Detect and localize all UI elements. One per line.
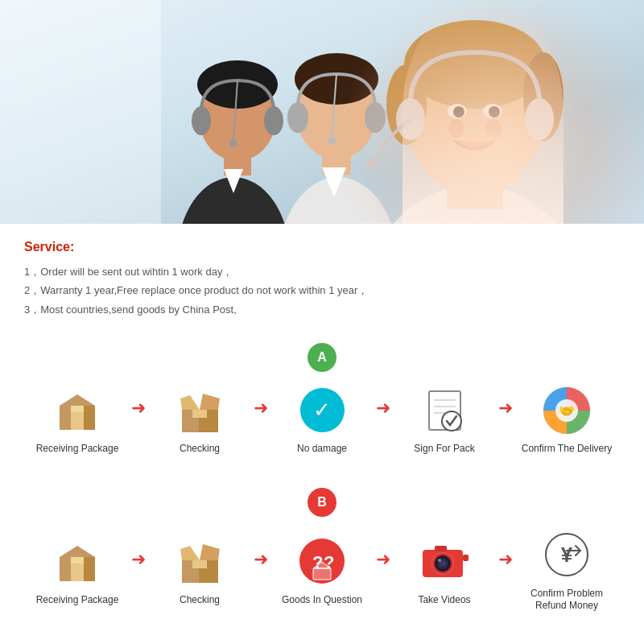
arrow-a2: ➜	[254, 398, 268, 419]
question-icon-b3: ? ?	[294, 535, 350, 588]
check-circle-icon-a3: ✓	[294, 384, 350, 436]
flow-row-a: Receiving Package ➜ Checking ➜	[16, 384, 628, 456]
svg-point-27	[448, 104, 467, 118]
svg-rect-39	[60, 406, 71, 430]
package-icon-a1	[49, 384, 105, 436]
service-section: Service: 1，Order will be sent out wihtin…	[0, 224, 644, 327]
camera-icon-b4	[416, 535, 473, 588]
flow-item-b1: Receiving Package	[25, 535, 130, 607]
svg-rect-60	[84, 557, 95, 581]
flow-item-a2: Checking	[147, 384, 252, 456]
svg-rect-70	[313, 568, 331, 580]
flow-label-a3: No damage	[297, 443, 347, 456]
svg-point-7	[264, 106, 283, 135]
flow-section-b: B Receiving Package ➜	[0, 472, 644, 621]
svg-point-32	[525, 98, 554, 140]
flow-label-a2: Checking	[180, 443, 220, 456]
svg-rect-59	[60, 557, 71, 581]
flow-label-a1: Receiving Package	[36, 443, 119, 456]
flow-item-a5: 🤝 Confirm The Delivery	[514, 384, 619, 456]
flow-badge-b: B	[308, 488, 336, 517]
svg-point-9	[229, 139, 237, 147]
svg-marker-45	[180, 395, 200, 410]
svg-point-25	[448, 119, 464, 138]
svg-rect-78	[435, 546, 447, 551]
flow-item-a4: Sign For Pack	[392, 384, 497, 456]
svg-point-26	[485, 119, 502, 138]
arrow-b4: ➜	[498, 549, 513, 570]
flow-row-b: Receiving Package ➜ Checking ➜	[16, 529, 628, 613]
arrow-a4: ➜	[498, 398, 513, 419]
svg-text:🤝: 🤝	[559, 403, 575, 419]
arrow-b2: ➜	[254, 549, 268, 570]
svg-rect-40	[84, 406, 95, 430]
flow-item-b3: ? ? Goods In Question	[270, 535, 374, 607]
yen-icon-b5: ¥	[539, 529, 595, 581]
svg-rect-64	[192, 560, 207, 568]
service-list: 1，Order will be sent out wihtin 1 work d…	[24, 262, 620, 319]
svg-point-23	[386, 64, 427, 145]
svg-marker-66	[200, 544, 220, 560]
flow-item-a3: ✓ No damage	[270, 384, 374, 456]
svg-point-6	[192, 106, 211, 135]
svg-point-18	[328, 137, 336, 145]
svg-point-29	[453, 106, 464, 118]
svg-rect-58	[71, 557, 84, 564]
svg-point-30	[489, 106, 500, 118]
arrow-b1: ➜	[131, 549, 146, 570]
flow-section-a: A Receiving Package ➜	[0, 327, 644, 464]
svg-point-33	[365, 159, 380, 170]
package-icon-b1	[49, 535, 105, 588]
svg-marker-46	[200, 394, 220, 410]
arrow-b3: ➜	[376, 549, 390, 570]
flow-item-b2: Checking	[147, 535, 252, 607]
svg-point-16	[365, 102, 386, 133]
arrow-a1: ➜	[131, 398, 146, 419]
open-box-icon-b2	[171, 535, 228, 588]
flow-item-a1: Receiving Package	[25, 384, 130, 456]
flow-label-b4: Take Videos	[418, 594, 470, 607]
svg-marker-56	[60, 546, 95, 557]
svg-point-21	[407, 43, 543, 196]
svg-marker-65	[180, 546, 200, 560]
flow-label-b1: Receiving Package	[36, 594, 119, 607]
sign-doc-icon-a4	[416, 384, 473, 436]
open-box-icon-a2	[171, 384, 228, 436]
service-item-3: 3，Most countries,send goods by China Pos…	[24, 300, 620, 319]
flow-label-b2: Checking	[180, 594, 220, 607]
handshake-icon-a5: 🤝	[539, 384, 595, 436]
svg-point-51	[442, 411, 461, 431]
flow-label-b3: Goods In Question	[282, 594, 362, 607]
svg-point-24	[523, 52, 564, 141]
flow-badge-a: A	[308, 343, 336, 372]
flow-label-b5: Confirm ProblemRefund Money	[530, 588, 603, 613]
svg-point-15	[287, 102, 308, 133]
flow-item-b5: ¥ Confirm ProblemRefund Money	[514, 529, 619, 613]
svg-rect-20	[447, 161, 503, 209]
svg-rect-34	[0, 0, 161, 224]
flow-label-a4: Sign For Pack	[414, 443, 474, 456]
svg-rect-44	[192, 410, 207, 418]
svg-point-28	[483, 104, 502, 118]
flow-item-b4: Take Videos	[392, 535, 497, 607]
svg-rect-38	[71, 406, 84, 412]
service-item-2: 2，Warranty 1 year,Free replace once prod…	[24, 281, 620, 299]
svg-text:¥: ¥	[561, 543, 573, 567]
svg-point-22	[404, 20, 546, 109]
svg-rect-79	[463, 555, 469, 561]
flow-label-a5: Confirm The Delivery	[522, 443, 612, 456]
hero-image	[0, 0, 644, 224]
svg-marker-36	[60, 394, 95, 406]
svg-point-19	[370, 185, 580, 224]
service-title: Service:	[24, 240, 620, 254]
service-item-1: 1，Order will be sent out wihtin 1 work d…	[24, 262, 620, 281]
svg-point-31	[396, 98, 425, 140]
arrow-a3: ➜	[376, 398, 390, 419]
svg-point-77	[438, 559, 441, 562]
